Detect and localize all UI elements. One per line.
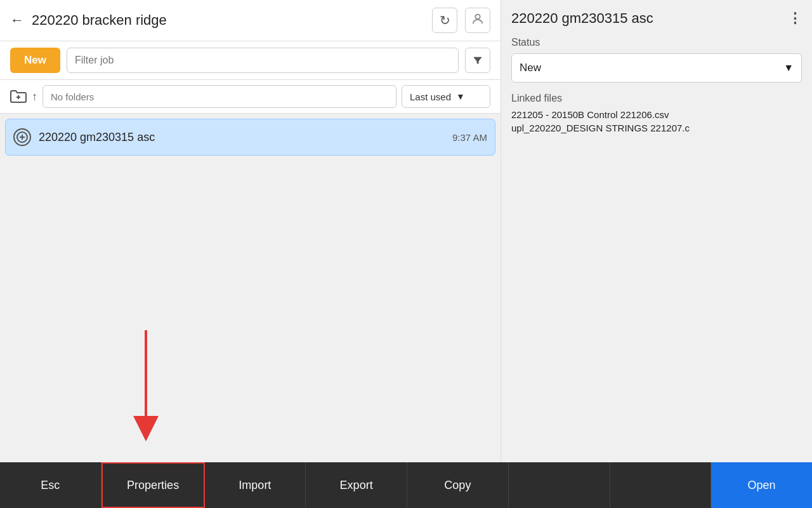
import-button[interactable]: Import — [205, 462, 306, 508]
filter-button[interactable] — [465, 48, 490, 73]
page-wrapper: ← 220220 bracken ridge ↻ New — [0, 0, 812, 508]
left-panel-title: 220220 bracken ridge — [32, 12, 424, 29]
job-add-icon — [13, 128, 31, 146]
sort-arrow-icon: ▼ — [456, 91, 465, 102]
back-arrow-icon[interactable]: ← — [10, 12, 24, 29]
open-label: Open — [748, 479, 776, 492]
import-label: Import — [239, 479, 271, 492]
svg-point-0 — [475, 14, 480, 18]
export-button[interactable]: Export — [306, 462, 407, 508]
right-header: 220220 gm230315 asc ⋮ — [511, 10, 802, 27]
right-panel-title: 220220 gm230315 asc — [511, 10, 653, 27]
copy-label: Copy — [444, 479, 471, 492]
status-label: Status — [511, 37, 802, 48]
sort-dropdown[interactable]: Last used ▼ — [402, 85, 490, 108]
left-header: ← 220220 bracken ridge ↻ — [0, 0, 501, 41]
filter-input[interactable] — [67, 48, 459, 73]
main-content: ← 220220 bracken ridge ↻ New — [0, 0, 812, 462]
user-button[interactable] — [465, 8, 490, 33]
empty-button-2[interactable] — [610, 462, 712, 508]
empty-button-1[interactable] — [509, 462, 610, 508]
add-folder-icon[interactable] — [10, 90, 27, 104]
job-name: 220220 gm230315 asc — [39, 131, 445, 144]
upload-icon[interactable]: ↑ — [32, 90, 37, 104]
status-arrow-icon: ▼ — [783, 62, 794, 74]
linked-file-2: upl_220220_DESIGN STRINGS 221207.c — [511, 123, 802, 133]
folder-input[interactable] — [43, 85, 396, 108]
linked-files-label: Linked files — [511, 93, 802, 104]
sort-label: Last used — [410, 91, 451, 102]
status-value: New — [520, 62, 541, 74]
copy-button[interactable]: Copy — [407, 462, 509, 508]
esc-button[interactable]: Esc — [0, 462, 102, 508]
bottom-toolbar: Esc Properties Import Export Copy Open — [0, 462, 812, 508]
folder-bar: ↑ Last used ▼ — [0, 80, 501, 114]
refresh-icon: ↻ — [440, 13, 450, 28]
properties-button[interactable]: Properties — [102, 462, 205, 508]
job-list: 220220 gm230315 asc 9:37 AM — [0, 114, 501, 462]
job-time: 9:37 AM — [452, 132, 487, 143]
esc-label: Esc — [41, 479, 60, 492]
linked-file-1: 221205 - 20150B Control 221206.csv — [511, 109, 802, 120]
right-panel: 220220 gm230315 asc ⋮ Status New ▼ Linke… — [501, 0, 812, 462]
properties-label: Properties — [127, 479, 179, 492]
new-button[interactable]: New — [10, 48, 60, 73]
job-item[interactable]: 220220 gm230315 asc 9:37 AM — [5, 119, 495, 156]
user-icon — [471, 12, 485, 29]
left-panel: ← 220220 bracken ridge ↻ New — [0, 0, 501, 462]
more-options-icon[interactable]: ⋮ — [788, 10, 802, 27]
status-select[interactable]: New ▼ — [511, 53, 802, 83]
left-toolbar: New — [0, 41, 501, 80]
refresh-button[interactable]: ↻ — [432, 8, 457, 33]
export-label: Export — [340, 479, 373, 492]
open-button[interactable]: Open — [711, 462, 812, 508]
